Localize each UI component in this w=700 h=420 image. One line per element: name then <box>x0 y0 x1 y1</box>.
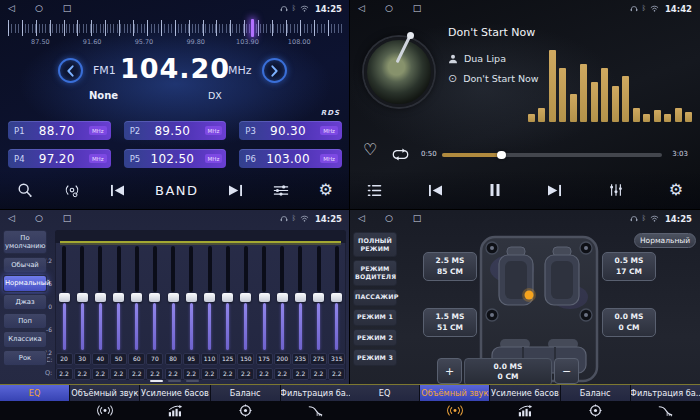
nav-home-icon[interactable]: ○ <box>35 214 43 223</box>
slider-handle[interactable] <box>113 293 124 302</box>
eq-preset-item[interactable]: Поп <box>3 313 47 329</box>
nav-back-icon[interactable]: ◁ <box>8 4 15 13</box>
previous-icon[interactable] <box>428 184 443 197</box>
eq-band-slider[interactable] <box>274 246 290 350</box>
eq-band-slider[interactable] <box>311 246 327 350</box>
slider-handle[interactable] <box>277 293 288 302</box>
album-art[interactable] <box>364 37 434 107</box>
eq-icon[interactable] <box>350 401 420 420</box>
nav-home-icon[interactable]: ○ <box>385 4 393 13</box>
eq-icon[interactable] <box>0 401 70 420</box>
tab-bass-boost[interactable]: Усиление басов <box>490 385 560 401</box>
eq-preset-item[interactable]: По умолчанию <box>3 230 47 254</box>
nav-recents-icon[interactable]: □ <box>413 4 422 13</box>
subwoofer-filter-icon[interactable] <box>630 401 700 420</box>
eq-band-slider[interactable] <box>129 246 145 350</box>
listening-mode-item[interactable]: РЕЖИМ 3 <box>353 349 397 366</box>
tab-subwoofer-filter[interactable]: Фильтрация ба.. <box>631 385 700 401</box>
next-icon[interactable] <box>228 184 243 197</box>
slider-handle[interactable] <box>149 293 160 302</box>
eq-band-slider[interactable] <box>165 246 181 350</box>
listening-mode-item[interactable]: РЕЖИМ ВОДИТЕЛЯ <box>353 260 397 285</box>
eq-band-slider[interactable] <box>202 246 218 350</box>
nav-back-icon[interactable]: ◁ <box>358 214 365 223</box>
eq-band-slider[interactable] <box>329 246 345 350</box>
eq-band-slider[interactable] <box>111 246 127 350</box>
seek-down-button[interactable] <box>58 58 83 83</box>
slider-handle[interactable] <box>77 293 88 302</box>
bass-boost-icon[interactable] <box>490 401 560 420</box>
listening-mode-item[interactable]: РЕЖИМ 2 <box>353 329 397 346</box>
slider-handle[interactable] <box>313 293 324 302</box>
dx-mode-label[interactable]: DX <box>208 90 222 101</box>
bass-boost-icon[interactable] <box>140 401 210 420</box>
preset-button-p6[interactable]: P6103.00MHz <box>239 149 342 168</box>
surround-sound-icon[interactable] <box>70 401 140 420</box>
slider-handle[interactable] <box>95 293 106 302</box>
progress-knob[interactable] <box>497 151 506 160</box>
eq-band-slider[interactable] <box>220 246 236 350</box>
slider-handle[interactable] <box>222 293 233 302</box>
repeat-button[interactable] <box>392 146 409 165</box>
listening-mode-item[interactable]: РЕЖИМ 1 <box>353 309 397 326</box>
frequency-dial[interactable]: 87.5091.6095.7099.80103.90108.00 <box>8 19 342 49</box>
mixer-h-icon[interactable] <box>273 184 289 197</box>
playlist-icon[interactable] <box>367 184 382 197</box>
slider-handle[interactable] <box>168 293 179 302</box>
balance-icon[interactable] <box>560 401 630 420</box>
nav-recents-icon[interactable]: □ <box>63 214 72 223</box>
pause-icon[interactable] <box>489 183 501 197</box>
delay-minus-button[interactable]: − <box>554 358 579 384</box>
eq-preset-item[interactable]: Рок <box>3 350 47 366</box>
preset-button-p2[interactable]: P289.50MHz <box>124 121 227 140</box>
delay-rear-left-button[interactable]: 1.5 MS 51 CM <box>423 308 477 337</box>
progress-bar[interactable] <box>442 153 662 157</box>
tab-eq[interactable]: EQ <box>0 385 70 401</box>
tab-bass-boost[interactable]: Усиление басов <box>140 385 210 401</box>
band-button[interactable]: BAND <box>155 183 199 198</box>
eq-band-slider[interactable] <box>147 246 163 350</box>
delay-plus-button[interactable]: + <box>437 358 462 384</box>
listener-position-dot[interactable] <box>525 291 534 300</box>
listening-mode-item[interactable]: ПАССАЖИР <box>353 289 397 306</box>
slider-handle[interactable] <box>240 293 251 302</box>
eq-band-slider[interactable] <box>56 246 72 350</box>
slider-handle[interactable] <box>186 293 197 302</box>
favorite-button[interactable]: ♡ <box>363 142 377 158</box>
search-icon[interactable] <box>17 182 33 198</box>
nav-home-icon[interactable]: ○ <box>385 214 393 223</box>
next-icon[interactable] <box>547 184 562 197</box>
listening-mode-item[interactable]: ПОЛНЫЙ РЕЖИМ <box>353 232 397 257</box>
preset-button-p4[interactable]: P497.20MHz <box>8 149 111 168</box>
scan-icon[interactable] <box>63 183 81 198</box>
settings-gear-icon[interactable]: ⚙ <box>669 182 683 198</box>
eq-band-slider[interactable] <box>183 246 199 350</box>
slider-handle[interactable] <box>295 293 306 302</box>
surround-sound-icon[interactable] <box>420 401 490 420</box>
slider-handle[interactable] <box>59 293 70 302</box>
preset-button-p1[interactable]: P188.70MHz <box>8 121 111 140</box>
preset-button-p5[interactable]: P5102.50MHz <box>124 149 227 168</box>
mixer-v-icon[interactable] <box>609 183 623 197</box>
nav-recents-icon[interactable]: □ <box>63 4 72 13</box>
delay-front-right-button[interactable]: 0.5 MS 17 CM <box>602 252 656 281</box>
profile-button[interactable]: Нормальный <box>634 233 696 248</box>
seek-up-button[interactable] <box>262 58 287 83</box>
subwoofer-filter-icon[interactable] <box>280 401 350 420</box>
eq-preset-item[interactable]: Обычай <box>3 257 47 273</box>
eq-band-slider[interactable] <box>292 246 308 350</box>
settings-gear-icon[interactable]: ⚙ <box>319 182 333 198</box>
band-label[interactable]: FM1 <box>93 64 116 77</box>
eq-preset-item[interactable]: Классика <box>3 331 47 347</box>
delay-front-left-button[interactable]: 2.5 MS 85 CM <box>423 252 477 281</box>
slider-handle[interactable] <box>131 293 142 302</box>
eq-band-slider[interactable] <box>74 246 90 350</box>
tab-balance[interactable]: Баланс <box>211 385 281 401</box>
previous-icon[interactable] <box>110 184 125 197</box>
eq-band-slider[interactable] <box>256 246 272 350</box>
nav-back-icon[interactable]: ◁ <box>358 4 365 13</box>
slider-handle[interactable] <box>259 293 270 302</box>
tab-surround-sound[interactable]: Объёмный звук <box>70 385 140 401</box>
delay-rear-right-button[interactable]: 0.0 MS 0 CM <box>602 308 656 337</box>
slider-handle[interactable] <box>331 293 342 302</box>
